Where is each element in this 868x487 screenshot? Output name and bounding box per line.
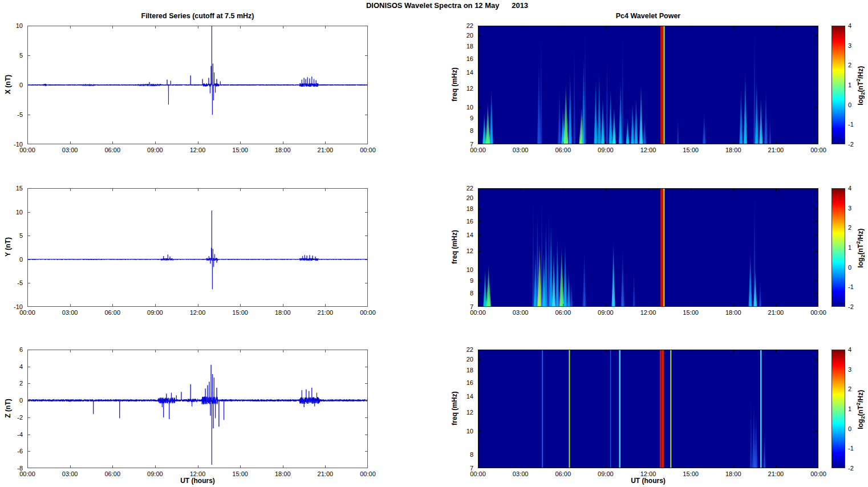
x-tick-label: 21:00 [318, 309, 334, 316]
colorbar-tick-label: -1 [848, 283, 854, 290]
colorbar-tick-label: 1 [848, 405, 851, 412]
x-tick-label: 09:00 [147, 470, 163, 477]
y-tick-label: 9 [451, 115, 473, 121]
y-tick-label: 22 [451, 346, 473, 353]
x-tick-label: 06:00 [104, 147, 120, 153]
x-tick-label: 06:00 [555, 147, 571, 153]
timeseries-panel-x [27, 26, 368, 144]
timeseries-panel-y [27, 188, 368, 307]
y-tick-label: -10 [0, 303, 23, 310]
y-tick-label: 8 [451, 290, 473, 297]
colorbar-label-part: 2 [860, 416, 866, 419]
colorbar-tick-label: 2 [848, 224, 851, 231]
colorbar [832, 350, 845, 468]
y-tick-label: 5 [0, 232, 23, 239]
y-tick-label: 22 [451, 185, 473, 192]
colorbar-tick-label: 4 [848, 22, 851, 29]
y-tick-label: -8 [0, 465, 23, 472]
x-tick-label: 15:00 [232, 309, 248, 316]
colorbar-label-part: /Hz) [857, 229, 865, 241]
x-tick-label: 03:00 [513, 309, 529, 316]
x-tick-label: 12:00 [640, 309, 656, 316]
x-tick-label: 12:00 [190, 147, 206, 153]
x-tick-label: 00:00 [360, 309, 376, 316]
y-tick-label: 20 [451, 194, 473, 201]
y-tick-label: 7 [451, 141, 473, 148]
colorbar-tick-label: 1 [848, 82, 851, 88]
x-tick-label: 18:00 [725, 147, 741, 153]
y-tick-label: 20 [451, 32, 473, 39]
figure-title: DIONISOS Wavelet Spectra on 12 May 2013 [0, 1, 868, 10]
colorbar-label-part: (nT [857, 244, 865, 255]
y-tick-label: 5 [0, 52, 23, 59]
x-tick-label: 03:00 [62, 309, 78, 316]
x-tick-label: 06:00 [555, 309, 571, 316]
x-tick-label: 00:00 [810, 470, 826, 477]
y-tick-label: 6 [0, 346, 23, 353]
y-tick-label: 12 [451, 409, 473, 416]
x-tick-label: 00:00 [360, 147, 376, 153]
colorbar-label-part: (nT [857, 82, 865, 92]
y-tick-label: 9 [451, 277, 473, 284]
colorbar-tick-label: 3 [848, 366, 851, 373]
x-tick-label: 21:00 [768, 147, 784, 153]
colorbar-label-part: /Hz) [857, 390, 865, 403]
colorbar-tick-label: -2 [848, 141, 854, 148]
x-tick-label: 15:00 [683, 470, 699, 477]
x-tick-label: 18:00 [275, 470, 291, 477]
colorbar-label: log2(nT2/Hz) [855, 375, 866, 444]
y-tick-label: 18 [451, 43, 473, 50]
colorbar-label-part: log [857, 95, 865, 105]
y-tick-label: 2 [0, 380, 23, 387]
y-tick-label: 0 [0, 397, 23, 404]
colorbar-tick-label: 1 [848, 244, 851, 251]
y-tick-label: 16 [451, 379, 473, 386]
x-tick-label: 15:00 [232, 470, 248, 477]
ts-x-plot [27, 26, 368, 144]
ts-y-plot [27, 188, 368, 307]
colorbar-label-part: /Hz) [857, 66, 865, 79]
x-tick-label: 09:00 [147, 147, 163, 153]
y-tick-label: 14 [451, 393, 473, 400]
x-tick-label: 03:00 [62, 147, 78, 153]
y-tick-label: 18 [451, 205, 473, 212]
y-tick-label: 7 [451, 465, 473, 472]
y-tick-label: 22 [451, 22, 473, 29]
x-tick-label: 03:00 [62, 470, 78, 477]
colorbar-tick-label: -2 [848, 465, 854, 472]
colorbar-tick-label: 2 [848, 62, 851, 68]
xlabel-right: UT (hours) [478, 477, 818, 485]
x-tick-label: 15:00 [683, 147, 699, 153]
colorbar-tick-label: 0 [848, 264, 851, 271]
y-tick-label: 12 [451, 85, 473, 92]
timeseries-panel-z [27, 350, 368, 468]
x-tick-label: 12:00 [640, 470, 656, 477]
xlabel-left: UT (hours) [27, 477, 368, 485]
x-tick-label: 06:00 [104, 470, 120, 477]
y-tick-label: 4 [0, 363, 23, 370]
x-tick-label: 09:00 [598, 309, 614, 316]
colorbar [832, 188, 845, 307]
colorbar-tick-label: 3 [848, 42, 851, 49]
y-tick-label: 14 [451, 69, 473, 76]
colorbar-label: log2(nT2/Hz) [855, 51, 866, 120]
colorbar-label-part: (nT [857, 405, 865, 416]
wav-y-plot [478, 188, 818, 307]
colorbar-tick-label: -1 [848, 121, 854, 128]
spectrogram-panel-x [478, 26, 818, 144]
x-tick-label: 09:00 [147, 309, 163, 316]
filtered-series-title: Filtered Series (cutoff at 7.5 mHz) [27, 12, 368, 20]
x-tick-label: 21:00 [318, 470, 334, 477]
colorbar-tick-label: 4 [848, 185, 851, 192]
y-tick-label: 20 [451, 356, 473, 363]
x-tick-label: 18:00 [275, 309, 291, 316]
y-tick-label: 10 [451, 428, 473, 435]
wav-x-plot [478, 26, 818, 144]
x-tick-label: 03:00 [513, 470, 529, 477]
ylabel-y: Y (nT) [4, 213, 12, 281]
y-tick-label: 14 [451, 232, 473, 238]
y-tick-label: -10 [0, 141, 23, 148]
spectrogram-panel-y [478, 188, 818, 307]
colorbar-tick-label: 4 [848, 346, 851, 353]
y-tick-label: 0 [0, 256, 23, 263]
